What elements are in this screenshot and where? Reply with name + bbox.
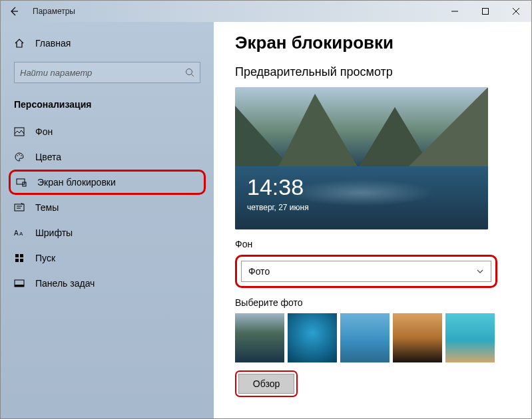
- sidebar-item-label: Темы: [35, 202, 59, 213]
- preview-date: четверг, 27 июня: [247, 203, 309, 212]
- settings-window: Параметры Главная Персонализация Фон: [0, 0, 532, 419]
- sidebar-item-label: Цвета: [35, 152, 61, 162]
- search-icon: [185, 68, 194, 77]
- search-input[interactable]: [20, 68, 185, 78]
- taskbar-icon: [14, 278, 25, 289]
- palette-icon: [14, 152, 25, 162]
- sidebar-item-themes[interactable]: Темы: [1, 195, 214, 220]
- arrow-left-icon: [9, 6, 19, 17]
- sidebar-item-label: Экран блокировки: [37, 177, 116, 188]
- window-body: Главная Персонализация Фон Цвета Экран б…: [1, 22, 531, 418]
- search-box[interactable]: [14, 62, 200, 83]
- annotation-highlight-lockscreen: Экран блокировки: [9, 170, 206, 195]
- sidebar-item-taskbar[interactable]: Панель задач: [1, 271, 214, 296]
- window-title: Параметры: [33, 7, 75, 16]
- thumbnail-1[interactable]: [235, 313, 284, 362]
- svg-rect-20: [15, 285, 24, 287]
- sidebar-item-lockscreen[interactable]: Экран блокировки: [16, 177, 198, 188]
- svg-rect-1: [483, 9, 489, 15]
- maximize-button[interactable]: [470, 1, 501, 22]
- themes-icon: [14, 202, 25, 213]
- svg-rect-12: [15, 204, 24, 211]
- sidebar: Главная Персонализация Фон Цвета Экран б…: [1, 22, 214, 418]
- svg-point-9: [21, 155, 22, 156]
- back-button[interactable]: [1, 6, 27, 17]
- sidebar-item-label: Панель задач: [35, 278, 95, 289]
- background-label: Фон: [235, 239, 510, 249]
- thumbnail-5[interactable]: [445, 313, 495, 362]
- minimize-icon: [451, 8, 458, 15]
- close-icon: [513, 8, 519, 15]
- svg-point-8: [19, 154, 20, 156]
- titlebar: Параметры: [1, 1, 531, 22]
- sidebar-item-label: Пуск: [35, 253, 55, 263]
- photo-thumbnails: [235, 313, 510, 362]
- sidebar-item-label: Фон: [35, 126, 53, 137]
- picture-icon: [14, 126, 25, 137]
- svg-line-5: [192, 74, 194, 77]
- page-heading: Экран блокировки: [235, 33, 510, 53]
- annotation-highlight-browse: Обзор: [235, 370, 298, 397]
- close-button[interactable]: [501, 1, 531, 22]
- svg-rect-15: [15, 254, 19, 257]
- fonts-icon: AA: [14, 227, 25, 238]
- svg-rect-18: [20, 259, 23, 262]
- svg-point-4: [186, 69, 192, 75]
- thumbnail-3[interactable]: [340, 313, 390, 362]
- sidebar-item-colors[interactable]: Цвета: [1, 144, 214, 170]
- home-button[interactable]: Главная: [1, 31, 214, 55]
- svg-rect-17: [15, 259, 19, 262]
- svg-text:A: A: [14, 229, 19, 237]
- svg-text:A: A: [19, 231, 23, 237]
- sidebar-item-background[interactable]: Фон: [1, 119, 214, 144]
- sidebar-item-start[interactable]: Пуск: [1, 245, 214, 271]
- sidebar-item-label: Шрифты: [35, 227, 73, 238]
- maximize-icon: [482, 8, 489, 15]
- annotation-highlight-dropdown: Фото: [235, 255, 497, 288]
- preview-time: 14:38: [247, 174, 304, 200]
- svg-rect-10: [17, 179, 25, 184]
- browse-button[interactable]: Обзор: [238, 374, 294, 394]
- thumbnail-2[interactable]: [288, 313, 337, 362]
- svg-rect-16: [20, 254, 23, 257]
- home-label: Главная: [35, 38, 71, 49]
- svg-point-7: [17, 155, 18, 156]
- preview-heading: Предварительный просмотр: [235, 65, 510, 79]
- chevron-down-icon: [476, 267, 484, 275]
- minimize-button[interactable]: [439, 1, 470, 22]
- category-label: Персонализация: [1, 92, 214, 119]
- sidebar-item-fonts[interactable]: AA Шрифты: [1, 220, 214, 245]
- home-icon: [14, 38, 25, 49]
- start-icon: [14, 253, 25, 263]
- window-controls: [439, 1, 531, 22]
- thumbnail-4[interactable]: [393, 313, 442, 362]
- background-dropdown[interactable]: Фото: [241, 261, 491, 282]
- lockscreen-icon: [16, 177, 27, 188]
- choose-photo-label: Выберите фото: [235, 297, 510, 308]
- dropdown-value: Фото: [248, 266, 270, 277]
- lockscreen-preview: 14:38 четверг, 27 июня: [235, 87, 488, 229]
- main-panel: Экран блокировки Предварительный просмот…: [214, 22, 531, 418]
